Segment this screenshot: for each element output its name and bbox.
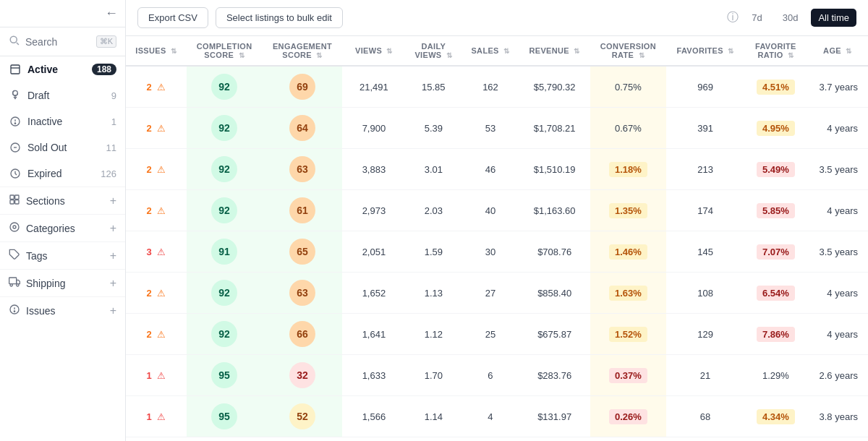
warning-icon: ⚠: [157, 205, 166, 216]
completion-cell: 92: [187, 314, 263, 355]
inactive-count: 1: [111, 116, 116, 127]
engagement-cell: 66: [263, 314, 343, 355]
export-csv-button[interactable]: Export CSV: [137, 7, 208, 28]
search-label: Search: [25, 36, 90, 48]
svg-rect-11: [15, 200, 19, 204]
fav-ratio-cell: 7.07%: [744, 231, 807, 273]
issues-cell: 1 ⚠: [126, 396, 187, 437]
conversion-rate: 1.46%: [609, 244, 647, 260]
fav-ratio-cell: 7.86%: [744, 314, 807, 355]
sidebar-header: ←: [0, 0, 125, 27]
sales-cell: 40: [461, 190, 519, 231]
engagement-score: 32: [289, 362, 315, 388]
sidebar-item-tags[interactable]: Tags +: [0, 241, 125, 269]
fav-ratio-value: 6.54%: [757, 286, 795, 301]
sidebar-item-active[interactable]: Active 188: [0, 56, 125, 82]
th-views[interactable]: VIEWS ⇅: [342, 36, 405, 66]
th-favorites[interactable]: FAVORITES ⇅: [666, 36, 744, 66]
sidebar-item-draft[interactable]: Draft 9: [0, 82, 125, 108]
conversion-cell: 0.67%: [590, 108, 667, 149]
engagement-score: 52: [289, 403, 315, 429]
fav-ratio-cell: 6.54%: [744, 273, 807, 314]
revenue-cell: $1,510.19: [519, 149, 590, 190]
sections-label: Sections: [26, 195, 104, 207]
sidebar-item-categories[interactable]: Categories +: [0, 214, 125, 241]
issues-icon: [9, 304, 20, 317]
engagement-score: 69: [289, 74, 315, 100]
sidebar-item-sections[interactable]: Sections +: [0, 187, 125, 214]
tags-add-icon[interactable]: +: [110, 249, 116, 262]
back-button[interactable]: ←: [105, 6, 118, 21]
issues-cell: 2 ⚠: [126, 108, 187, 149]
select-listings-button[interactable]: Select listings to bulk edit: [216, 7, 343, 28]
table-row: 1 ⚠ 95 52 1,566 1.14 4 $131.97 0.26% 68 …: [126, 396, 868, 437]
th-engagement[interactable]: ENGAGEMENTSCORE ⇅: [263, 36, 343, 66]
engagement-cell: 32: [263, 355, 343, 396]
age-cell: 2.6 years: [807, 355, 868, 396]
sidebar-item-inactive[interactable]: Inactive 1: [0, 108, 125, 134]
time-30d-button[interactable]: 30d: [775, 9, 806, 27]
fav-ratio-value: 7.07%: [757, 244, 795, 260]
completion-score: 92: [211, 115, 237, 141]
issues-add-icon[interactable]: +: [110, 304, 116, 317]
revenue-cell: $708.76: [519, 231, 590, 273]
svg-point-12: [10, 223, 19, 231]
completion-cell: 91: [187, 231, 263, 273]
svg-point-0: [10, 36, 17, 43]
conversion-rate: 0.37%: [609, 368, 647, 383]
favorites-cell: 21: [666, 355, 744, 396]
sort-icon: ⇅: [316, 51, 322, 59]
completion-score: 92: [211, 197, 237, 223]
sidebar-item-sold-out[interactable]: Sold Out 11: [0, 134, 125, 160]
th-revenue[interactable]: REVENUE ⇅: [519, 36, 590, 66]
table-header-row: ISSUES ⇅ COMPLETIONSCORE ⇅ ENGAGEMENTSCO…: [126, 36, 868, 66]
categories-label: Categories: [26, 223, 104, 234]
completion-score: 95: [211, 362, 237, 388]
th-completion[interactable]: COMPLETIONSCORE ⇅: [187, 36, 263, 66]
warning-icon: ⚠: [157, 164, 166, 175]
shipping-add-icon[interactable]: +: [110, 277, 116, 290]
info-icon[interactable]: ⓘ: [727, 10, 739, 25]
th-issues[interactable]: ISSUES ⇅: [126, 36, 187, 66]
warning-icon: ⚠: [157, 82, 166, 93]
age-cell: 3.8 years: [807, 396, 868, 437]
views-cell: 1,641: [342, 314, 405, 355]
th-sales[interactable]: SALES ⇅: [461, 36, 519, 66]
fav-ratio-cell: 1.29%: [744, 355, 807, 396]
sidebar-item-issues[interactable]: Issues +: [0, 296, 125, 324]
th-fav-ratio[interactable]: FAVORITERATIO ⇅: [744, 36, 807, 66]
categories-add-icon[interactable]: +: [110, 222, 116, 235]
revenue-cell: $1,163.60: [519, 190, 590, 231]
engagement-cell: 61: [263, 190, 343, 231]
tags-icon: [9, 249, 20, 262]
age-cell: 3.5 years: [807, 149, 868, 190]
engagement-cell: 63: [263, 149, 343, 190]
th-daily-views[interactable]: DAILYVIEWS ⇅: [405, 36, 461, 66]
time-alltime-button[interactable]: All time: [811, 9, 856, 27]
conversion-rate: 1.63%: [609, 286, 647, 301]
main-content: Export CSV Select listings to bulk edit …: [126, 0, 868, 441]
completion-cell: 92: [187, 190, 263, 231]
search-bar[interactable]: Search ⌘K: [0, 27, 125, 56]
expired-icon: [9, 167, 22, 180]
fav-ratio-value: 4.95%: [757, 121, 795, 136]
warning-icon: ⚠: [157, 329, 166, 340]
sidebar-item-expired[interactable]: Expired 126: [0, 160, 125, 187]
sold-out-count: 11: [106, 142, 116, 153]
th-age[interactable]: AGE ⇅: [807, 36, 868, 66]
table-row: 2 ⚠ 92 63 1,652 1.13 27 $858.40 1.63% 10…: [126, 273, 868, 314]
fav-ratio-value: 1.29%: [762, 370, 789, 381]
completion-cell: 95: [187, 355, 263, 396]
conversion-rate: 1.35%: [609, 203, 647, 218]
daily-views-cell: 5.39: [405, 108, 461, 149]
completion-score: 95: [211, 403, 237, 429]
revenue-cell: $131.97: [519, 396, 590, 437]
sidebar-item-shipping[interactable]: Shipping +: [0, 269, 125, 296]
time-7d-button[interactable]: 7d: [744, 9, 769, 27]
issue-number: 2: [146, 329, 151, 340]
table-row: 2 ⚠ 92 69 21,491 15.85 162 $5,790.32 0.7…: [126, 66, 868, 108]
th-conversion[interactable]: CONVERSIONRATE ⇅: [590, 36, 667, 66]
fav-ratio-cell: 5.85%: [744, 190, 807, 231]
sections-add-icon[interactable]: +: [110, 194, 116, 207]
fav-ratio-cell: 5.49%: [744, 149, 807, 190]
